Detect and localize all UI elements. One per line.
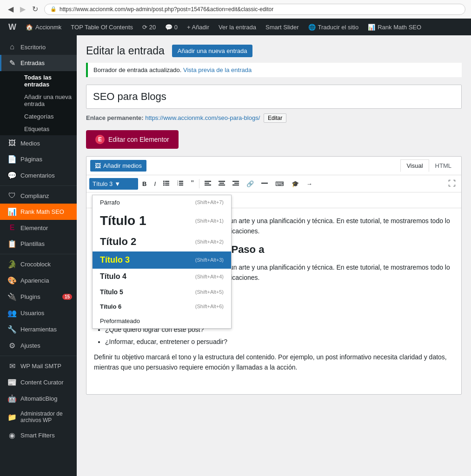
site-icon: 🏠 [26,24,33,31]
horizontal-rule-button[interactable] [258,178,271,190]
sidebar-item-plantillas[interactable]: 📋 Plantillas [0,236,77,252]
admin-bar-smart-slider[interactable]: Smart Slider [261,19,304,35]
sidebar-item-apariencia[interactable]: 🎨 Apariencia [0,272,77,289]
sidebar-item-entradas[interactable]: ✎ Entradas [0,55,77,71]
lock-icon: 🔒 [50,6,57,12]
browser-bar: ◀ ▶ ↻ 🔒 https://www.accionmk.com/wp-admi… [0,0,471,19]
heading-select[interactable]: Título 3 ▼ [89,178,138,190]
keyboard-button[interactable]: ⌨ [272,178,287,190]
dropdown-h5[interactable]: Título 5 (Shift+Alt+5) [93,284,231,299]
admin-bar-wp-logo[interactable]: W [4,19,21,35]
address-bar[interactable]: 🔒 https://www.accionmk.com/wp-admin/post… [44,4,465,15]
admin-bar-view[interactable]: Ver la entrada [214,19,261,35]
refresh-icon[interactable]: ↻ [30,4,40,14]
add-media-button[interactable]: 🖼 Añadir medios [90,160,146,172]
dropdown-shortcut: (Shift+Alt+7) [195,199,224,205]
admin-bar-translate[interactable]: 🌐 Traducir el sitio [304,19,364,35]
dropdown-pre[interactable]: Preformateado [93,314,231,328]
ordered-list-button[interactable]: 123 [174,178,187,190]
unordered-list-button[interactable] [160,178,173,190]
dropdown-shortcut: (Shift+Alt+4) [195,274,224,279]
browser-navigation[interactable]: ◀ ▶ ↻ [6,4,40,14]
sidebar-item-plugins[interactable]: 🔌 Plugins 15 [0,289,77,305]
dropdown-h1[interactable]: Título 1 (Shift+Alt+1) [93,210,231,232]
align-center-button[interactable] [215,178,228,190]
sidebar-sub-etiquetas[interactable]: Etiquetas [7,123,77,135]
preview-link[interactable]: Vista previa de la entrada [183,66,252,73]
admin-bar-rankmath[interactable]: 📊 Rank Math SEO [363,19,426,35]
align-right-button[interactable] [229,178,242,190]
sidebar-item-label: Plantillas [20,240,45,247]
plantillas-icon: 📋 [7,239,17,248]
sidebar-item-content-curator[interactable]: 📰 Content Curator [0,374,77,390]
sidebar-sub-todas[interactable]: Todas las entradas [7,71,77,91]
sidebar-item-rankmath[interactable]: 📊 Rank Math SEO [0,204,77,220]
blockquote-button[interactable]: " [188,177,197,190]
svg-rect-1 [165,183,169,184]
sidebar-item-paginas[interactable]: 📄 Páginas [0,151,77,167]
forward-icon[interactable]: ▶ [18,4,28,14]
sidebar-item-complianz[interactable]: 🛡 Complianz [0,188,77,204]
dropdown-h4[interactable]: Título 4 (Shift+Alt+4) [93,269,231,284]
sidebar-item-label: Content Curator [20,379,64,386]
fullscreen-button[interactable] [445,178,458,190]
dropdown-shortcut: (Shift+Alt+5) [195,289,224,295]
sidebar-item-escritorio[interactable]: ⌂ Escritorio [0,39,77,55]
svg-rect-6 [179,181,183,182]
sidebar-item-elementor[interactable]: E Elementor [0,220,77,236]
admin-bar-site[interactable]: 🏠 Accionmk [21,19,66,35]
sidebar-item-crocoblock[interactable]: 🐊 Crocoblock [0,256,77,272]
svg-rect-18 [232,181,239,182]
dropdown-h3[interactable]: Título 3 (Shift+Alt+3) [93,251,231,269]
sidebar-item-admin-archivos[interactable]: 📁 Administrador de archivos WP [0,407,77,427]
tab-visual[interactable]: Visual [400,159,429,172]
italic-button[interactable]: I [151,178,159,190]
dropdown-label: Título 1 [100,213,146,228]
sidebar-item-wpmail[interactable]: ✉ WP Mail SMTP [0,358,77,374]
admin-bar-cache[interactable]: ⟳ 20 [138,19,160,35]
tab-html[interactable]: HTML [429,159,458,172]
comments-label: 💬 0 [165,24,178,31]
sidebar-item-comentarios[interactable]: 💬 Comentarios [0,167,77,184]
back-icon[interactable]: ◀ [6,4,16,14]
escritorio-icon: ⌂ [7,43,17,51]
admin-bar-new[interactable]: + Añadir [182,19,214,35]
dropdown-h6[interactable]: Título 6 (Shift+Alt+6) [93,299,231,314]
sidebar-divider-1 [0,185,77,186]
svg-rect-21 [261,183,268,184]
admin-bar-post-title[interactable]: TOP Table Of Contents [66,19,138,35]
comentarios-icon: 💬 [7,171,17,180]
dropdown-shortcut: (Shift+Alt+2) [195,239,224,245]
heading-select-value: Título 3 [93,180,113,187]
dropdown-label: Preformateado [100,317,140,324]
dropdown-h2[interactable]: Título 2 (Shift+Alt+2) [93,232,231,251]
sidebar-item-usuarios[interactable]: 👥 Usuarios [0,305,77,321]
edit-permalink-button[interactable]: Editar [264,113,286,123]
elementor-icon: E [7,224,17,232]
bold-button[interactable]: B [139,178,150,190]
sidebar-item-altomaticblog[interactable]: 🤖 AltomaticBlog [0,390,77,407]
sidebar-item-ajustes[interactable]: ⚙ Ajustes [0,337,77,354]
sidebar-sub-categorias[interactable]: Categorías [7,110,77,123]
dropdown-shortcut: (Shift+Alt+1) [195,218,224,224]
admin-bar-comments[interactable]: 💬 0 [160,19,182,35]
sidebar-sub-entradas: Todas las entradas Añadir una nueva entr… [0,71,77,135]
edit-with-elementor-button[interactable]: E Editar con Elementor [86,130,179,149]
altomaticblog-icon: 🤖 [7,394,17,403]
next-page-button[interactable]: → [303,178,316,190]
dropdown-parrafo[interactable]: Párrafo (Shift+Alt+7) [93,195,231,210]
svg-rect-15 [219,181,225,182]
add-new-button[interactable]: Añadir una nueva entrada [172,45,253,57]
view-label: Ver la entrada [219,24,256,31]
sidebar-item-smart-filters[interactable]: ◉ Smart Filters [0,427,77,443]
sidebar-item-herramientas[interactable]: 🔧 Herramientas [0,321,77,337]
editor-container: 🖼 Añadir medios Visual HTML Título 3 ▼ [86,156,462,395]
more-tag-button[interactable]: 🎓 [288,178,302,190]
sidebar-sub-nueva[interactable]: Añadir una nueva entrada [7,91,77,110]
permalink-url[interactable]: https://www.accionmk.com/seo-para-blogs/ [145,114,260,121]
align-left-button[interactable] [201,178,214,190]
post-title-input[interactable] [86,85,461,108]
sidebar: ⌂ Escritorio ✎ Entradas Todas las entrad… [0,35,77,476]
sidebar-item-medios[interactable]: 🖼 Medios [0,135,77,151]
link-button[interactable]: 🔗 [243,178,257,190]
